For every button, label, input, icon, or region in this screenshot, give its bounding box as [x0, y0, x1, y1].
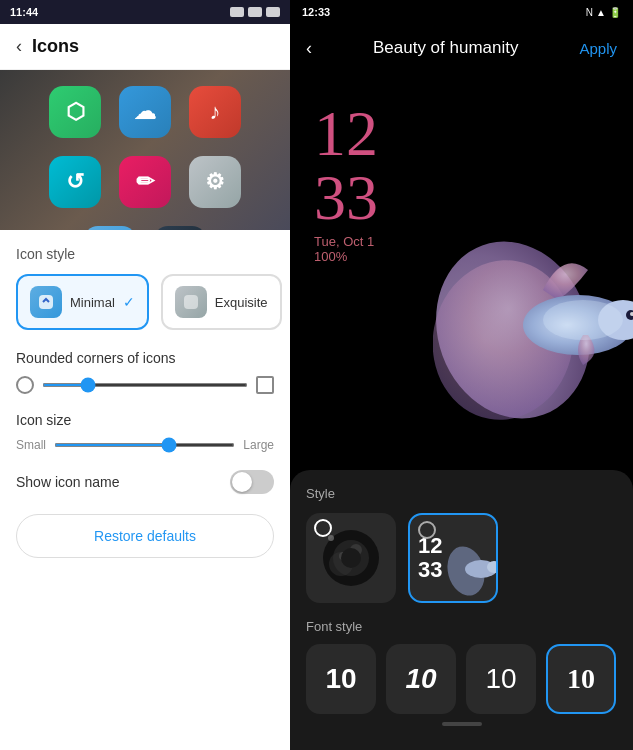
apply-button[interactable]: Apply [579, 40, 617, 57]
svg-point-14 [341, 548, 361, 568]
large-label: Large [243, 438, 274, 452]
signal-icon [230, 7, 244, 17]
font-card-serif[interactable]: 10 [546, 644, 616, 714]
status-time-left: 11:44 [10, 6, 38, 18]
bottom-handle [442, 722, 482, 726]
battery-icon-right: 🔋 [609, 7, 621, 18]
status-time-right: 12:33 [302, 6, 330, 18]
font-label-serif: 10 [567, 663, 595, 695]
music-app-icon: ♪ [189, 86, 241, 138]
style-option-minimal[interactable]: Minimal ✓ [16, 274, 149, 330]
svg-point-15 [328, 535, 334, 541]
settings-app-icon: ⚙ [189, 156, 241, 208]
small-label: Small [16, 438, 46, 452]
back-button-left[interactable]: ‹ [16, 36, 22, 57]
rounded-corners-row [16, 376, 274, 394]
cube-app-icon: ⬡ [49, 86, 101, 138]
status-icons-left [230, 7, 280, 17]
style-card-time: 1233 [418, 534, 442, 582]
font-style-label: Font style [306, 619, 617, 634]
minimal-check: ✓ [123, 294, 135, 310]
right-panel: 12:33 N ▲ 🔋 ‹ Beauty of humanity Apply 1… [290, 0, 633, 750]
font-label-italic: 10 [405, 663, 436, 695]
cloud-app-icon: ☁ [119, 86, 171, 138]
clock-indicator-1 [314, 519, 332, 537]
n-indicator: N [586, 7, 593, 18]
show-icon-name-row: Show icon name [16, 470, 274, 494]
exquisite-icon-preview [175, 286, 207, 318]
icon-size-row: Small Large [16, 438, 274, 452]
clock-time: 12 33 [314, 102, 378, 230]
toggle-knob [232, 472, 252, 492]
font-card-normal[interactable]: 10 [306, 644, 376, 714]
style-option-exquisite[interactable]: Exquisite [161, 274, 282, 330]
show-icon-name-label: Show icon name [16, 474, 120, 490]
page-title-right: Beauty of humanity [373, 38, 519, 58]
style-section-label: Style [306, 486, 617, 501]
icon-preview-area: ⬡ ☁ ♪ ↺ ✏ ⚙ ▲ ● [0, 70, 290, 230]
style-card-fish[interactable]: 1233 [408, 513, 498, 603]
rounded-corners-slider[interactable] [42, 383, 248, 387]
battery-icon [266, 7, 280, 17]
brush-app-icon: ✏ [119, 156, 171, 208]
icon-size-section: Icon size Small Large [16, 412, 274, 452]
clock-hour: 12 [314, 98, 378, 169]
rounded-corners-section: Rounded corners of icons [16, 350, 274, 394]
icon-size-slider[interactable] [54, 443, 235, 447]
show-icon-name-toggle[interactable] [230, 470, 274, 494]
icon-style-row: Minimal ✓ Exquisite [16, 274, 274, 330]
font-style-row: 10 10 10 10 [306, 644, 617, 714]
sync-app-icon: ↺ [49, 156, 101, 208]
settings-area: Icon style Minimal ✓ Exquisite Rounded c… [0, 230, 290, 750]
back-button-right[interactable]: ‹ [306, 38, 312, 59]
left-panel: 11:44 ‹ Icons ⬡ ☁ ♪ ↺ ✏ ⚙ ▲ ● Icon style… [0, 0, 290, 750]
svg-point-8 [543, 300, 623, 340]
page-title-left: Icons [32, 36, 79, 57]
clock-minute: 33 [314, 162, 378, 233]
clock-display: 12 33 Tue, Oct 1 100% [314, 102, 378, 264]
round-corner-icon [16, 376, 34, 394]
font-label-thin: 10 [485, 663, 516, 695]
exquisite-label: Exquisite [215, 295, 268, 310]
svg-point-19 [497, 562, 498, 566]
clock-battery: 100% [314, 249, 378, 264]
minimal-label: Minimal [70, 295, 115, 310]
top-bar-right: ‹ Beauty of humanity Apply [290, 24, 633, 72]
icon-style-label: Icon style [16, 246, 274, 262]
font-label-normal: 10 [325, 663, 356, 695]
wallpaper-area: 12 33 Tue, Oct 1 100% [290, 72, 633, 470]
bottom-sheet: Style 1233 [290, 470, 633, 750]
rounded-corners-label: Rounded corners of icons [16, 350, 274, 366]
status-icons-right: N ▲ 🔋 [586, 7, 621, 18]
clock-indicator-2 [418, 521, 436, 539]
svg-rect-1 [184, 295, 198, 309]
wifi-icon [248, 7, 262, 17]
minimal-icon-preview [30, 286, 62, 318]
wifi-icon-right: ▲ [596, 7, 606, 18]
icon-size-label: Icon size [16, 412, 274, 428]
style-cards-row: 1233 [306, 513, 617, 603]
style-card-dark[interactable] [306, 513, 396, 603]
status-bar-right: 12:33 N ▲ 🔋 [290, 0, 633, 24]
svg-rect-0 [39, 295, 53, 309]
status-bar-left: 11:44 [0, 0, 290, 24]
square-corner-icon [256, 376, 274, 394]
clock-date: Tue, Oct 1 [314, 234, 378, 249]
restore-defaults-button[interactable]: Restore defaults [16, 514, 274, 558]
font-card-italic[interactable]: 10 [386, 644, 456, 714]
font-card-thin[interactable]: 10 [466, 644, 536, 714]
top-bar-left: ‹ Icons [0, 24, 290, 70]
betta-fish-image [433, 210, 633, 450]
